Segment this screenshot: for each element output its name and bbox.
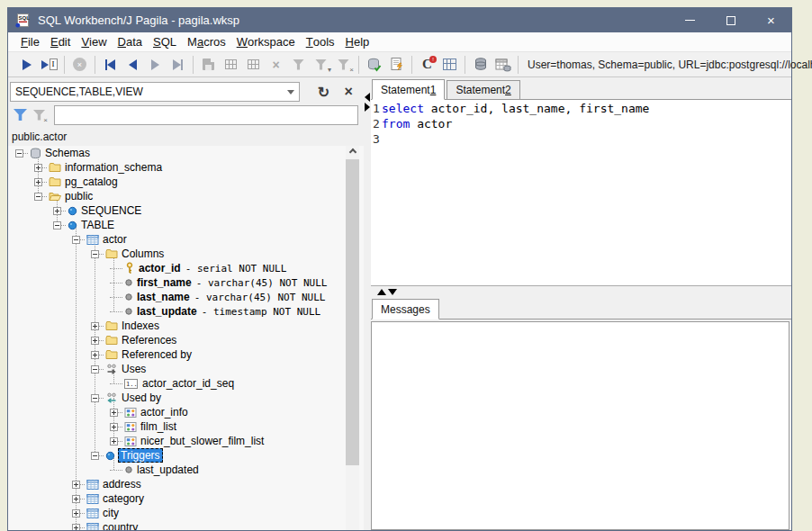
messages-content[interactable] — [371, 321, 789, 530]
refresh-button[interactable]: ↻ — [314, 82, 334, 102]
expand-icon[interactable] — [53, 207, 61, 215]
db-explorer-button[interactable] — [469, 55, 492, 75]
tree-node-last-update[interactable]: last_update- timestamp NOT NULL — [8, 304, 364, 319]
save-button[interactable] — [197, 55, 220, 75]
tree-node-actor[interactable]: actor — [8, 232, 364, 247]
tree-node-indexes[interactable]: Indexes — [8, 319, 364, 333]
collapse-icon[interactable] — [91, 394, 99, 402]
scrollbar-thumb[interactable] — [346, 159, 359, 465]
tab-statement-1[interactable]: Statement 1 — [372, 79, 445, 100]
collapse-down-icon[interactable] — [388, 289, 397, 295]
collapse-icon[interactable] — [53, 221, 61, 230]
tree-node-used-by[interactable]: Used by — [8, 391, 364, 405]
expand-icon[interactable] — [110, 423, 118, 431]
previous-row-button[interactable] — [122, 55, 144, 75]
collapse-icon[interactable] — [91, 452, 99, 460]
commit-button[interactable] — [363, 55, 385, 75]
tree-node-actor-actor-id-seq[interactable]: 1..actor_actor_id_seq — [8, 376, 364, 391]
tree-node-actor-id[interactable]: actor_id- serial NOT NULL — [8, 261, 364, 275]
collapse-icon[interactable] — [72, 236, 80, 244]
tree-node-sequence[interactable]: SEQUENCE — [8, 203, 364, 218]
tree-node-pg-catalog[interactable]: pg_catalog — [8, 175, 364, 189]
rollback-button[interactable] — [385, 55, 408, 75]
tree-node-address[interactable]: address — [8, 477, 364, 491]
tree-node-table[interactable]: TABLE — [8, 218, 364, 232]
collapse-left-icon[interactable] — [365, 93, 370, 102]
object-filter-input[interactable] — [54, 105, 358, 125]
tree-node-information-schema[interactable]: information_schema — [8, 160, 364, 175]
filter-button[interactable] — [287, 55, 310, 75]
tree-scrollbar[interactable] — [346, 146, 359, 530]
new-db-explorer-button[interactable] — [438, 55, 461, 75]
tree-node-category[interactable]: category — [8, 491, 364, 506]
execute-button[interactable] — [15, 55, 38, 75]
expand-icon[interactable] — [34, 164, 42, 172]
menu-tools[interactable]: Tools — [301, 32, 340, 51]
tree-node-schemas[interactable]: Schemas — [8, 146, 364, 160]
expand-icon[interactable] — [91, 322, 99, 330]
filter-dropdown-button[interactable]: ▾ — [310, 55, 332, 75]
apply-filter-button[interactable] — [11, 105, 30, 125]
vertical-splitter[interactable] — [364, 78, 371, 530]
tree-node-columns[interactable]: Columns — [8, 247, 364, 261]
menu-file[interactable]: File — [15, 32, 45, 51]
next-row-button[interactable] — [144, 55, 167, 75]
expand-icon[interactable] — [72, 509, 80, 518]
last-row-button[interactable] — [167, 55, 189, 75]
horizontal-splitter[interactable] — [371, 286, 791, 297]
reset-filter-button[interactable]: × — [332, 55, 355, 75]
execute-current-button[interactable]: I — [38, 55, 60, 75]
delete-row-button[interactable]: × — [265, 55, 287, 75]
reconnect-button[interactable]: C! — [416, 55, 438, 75]
menu-sql[interactable]: SQL — [148, 32, 182, 51]
close-button[interactable]: × — [751, 8, 791, 32]
first-row-button[interactable] — [99, 55, 122, 75]
expand-icon[interactable] — [110, 437, 118, 446]
collapse-icon[interactable] — [91, 250, 99, 258]
tree-node-city[interactable]: city — [8, 506, 364, 520]
tree-node-film-list[interactable]: film_list — [8, 419, 364, 434]
tree-node-uses[interactable]: Uses — [8, 362, 364, 376]
expand-icon[interactable] — [91, 351, 99, 359]
tab-messages[interactable]: Messages — [372, 299, 439, 320]
show-table-data-button[interactable] — [492, 55, 514, 75]
expand-icon[interactable] — [91, 337, 99, 345]
insert-row-button[interactable] — [220, 55, 242, 75]
tab-statement-2[interactable]: Statement 2 — [447, 80, 519, 99]
expand-icon[interactable] — [72, 524, 80, 531]
menu-macros[interactable]: Macros — [182, 32, 231, 51]
stop-button[interactable]: × — [68, 55, 91, 75]
menu-edit[interactable]: Edit — [45, 32, 76, 51]
collapse-icon[interactable] — [34, 193, 42, 201]
copy-row-button[interactable] — [242, 55, 265, 75]
tree-node-last-updated[interactable]: last_updated — [8, 463, 364, 477]
scroll-up-button[interactable] — [346, 146, 359, 159]
collapse-right-icon[interactable] — [365, 103, 370, 112]
tree-node-country[interactable]: country — [8, 520, 364, 530]
tree-node-referenced-by[interactable]: Referenced by — [8, 347, 364, 362]
menu-workspace[interactable]: Workspace — [231, 32, 301, 51]
expand-icon[interactable] — [72, 481, 80, 489]
collapse-icon[interactable] — [91, 365, 99, 374]
tree-node-first-name[interactable]: first_name- varchar(45) NOT NULL — [8, 275, 364, 290]
collapse-icon[interactable] — [15, 149, 23, 158]
sql-editor[interactable]: 1select actor_id, last_name, first_name … — [371, 100, 791, 286]
expand-icon[interactable] — [110, 409, 118, 417]
clear-filter-button[interactable]: × — [30, 105, 49, 125]
menu-view[interactable]: View — [76, 32, 112, 51]
collapse-up-icon[interactable] — [377, 289, 386, 295]
tree-node-actor-info[interactable]: actor_info — [8, 405, 364, 419]
tree-node-public[interactable]: public — [8, 189, 364, 203]
expand-icon[interactable] — [72, 495, 80, 503]
expand-icon[interactable] — [34, 178, 42, 186]
object-type-select[interactable]: SEQUENCE,TABLE,VIEW — [10, 82, 300, 102]
menu-help[interactable]: Help — [340, 32, 375, 51]
menu-data[interactable]: Data — [113, 32, 148, 51]
maximize-button[interactable] — [710, 8, 751, 32]
tree-node-nicer-but-slower-film-list[interactable]: nicer_but_slower_film_list — [8, 434, 364, 448]
tree-node-references[interactable]: References — [8, 333, 364, 347]
tree-node-last-name[interactable]: last_name- varchar(45) NOT NULL — [8, 290, 364, 304]
minimize-button[interactable] — [670, 8, 710, 32]
close-panel-button[interactable]: × — [338, 82, 358, 102]
tree-node-triggers[interactable]: Triggers — [8, 448, 364, 463]
